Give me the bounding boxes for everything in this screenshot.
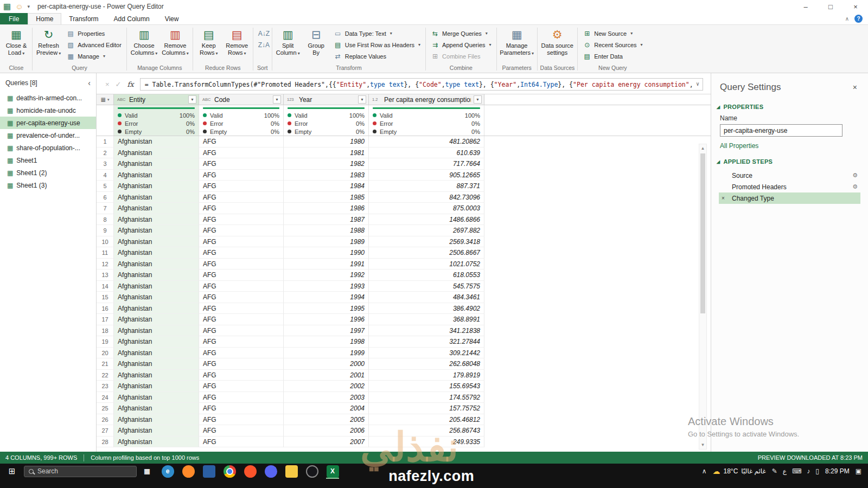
query-item-homicide-rate-unodc[interactable]: ▦homicide-rate-unodc [0, 104, 96, 117]
formula-expand-icon[interactable]: ∨ [696, 81, 699, 87]
row-number[interactable]: 22 [97, 370, 114, 381]
cell-year[interactable]: 1991 [284, 259, 369, 270]
excel-app-taskbar-button[interactable]: X [322, 464, 343, 479]
cell-entity[interactable]: Afghanistan [114, 348, 199, 359]
replace-values-button[interactable]: ⇄Replace Values [331, 50, 423, 62]
cell-per-capita-energy-consumption[interactable]: 484.3461 [369, 292, 484, 303]
cell-per-capita-energy-consumption[interactable]: 905.12665 [369, 170, 484, 181]
cell-year[interactable]: 1995 [284, 303, 369, 314]
cell-per-capita-energy-consumption[interactable]: 174.55792 [369, 392, 484, 403]
cell-per-capita-energy-consumption[interactable]: 887.371 [369, 181, 484, 192]
remove-columns-button[interactable]: ▥Remove Columns▾ [160, 27, 190, 58]
scrollbar-thumb[interactable] [700, 153, 705, 313]
cell-entity[interactable]: Afghanistan [114, 370, 199, 381]
query-name-input[interactable] [720, 124, 843, 137]
cell-year[interactable]: 1982 [284, 158, 369, 170]
cell-entity[interactable]: Afghanistan [114, 403, 199, 414]
tab-file[interactable]: File [0, 13, 28, 24]
cell-year[interactable]: 1987 [284, 214, 369, 226]
row-number[interactable]: 26 [97, 414, 114, 426]
split-column-button[interactable]: ▥Split Column▾ [275, 27, 302, 58]
row-number[interactable]: 15 [97, 292, 114, 303]
row-number[interactable]: 8 [97, 214, 114, 226]
firefox-browser-taskbar-button[interactable] [178, 464, 199, 479]
cell-code[interactable]: AFG [199, 214, 284, 226]
cell-code[interactable]: AFG [199, 136, 284, 147]
cell-entity[interactable]: Afghanistan [114, 136, 199, 147]
enter-data-button[interactable]: ▤Enter Data [580, 50, 645, 62]
row-number[interactable]: 1 [97, 136, 114, 147]
cell-year[interactable]: 1992 [284, 269, 369, 281]
cell-year[interactable]: 2007 [284, 436, 369, 448]
vertical-scrollbar[interactable]: ▲ ▼ [699, 144, 707, 450]
cell-year[interactable]: 2002 [284, 381, 369, 392]
battery-icon[interactable]: ▯ [815, 467, 819, 475]
cell-per-capita-energy-consumption[interactable]: 256.86743 [369, 425, 484, 436]
help-icon[interactable]: ? [854, 15, 863, 23]
cell-code[interactable]: AFG [199, 303, 284, 314]
cell-per-capita-energy-consumption[interactable]: 341.21838 [369, 325, 484, 337]
cell-entity[interactable]: Afghanistan [114, 158, 199, 170]
language-indicator[interactable]: ع [783, 467, 787, 475]
cell-code[interactable]: AFG [199, 203, 284, 214]
cell-year[interactable]: 1988 [284, 225, 369, 236]
maximize-button[interactable]: □ [818, 0, 843, 13]
cell-entity[interactable]: Afghanistan [114, 247, 199, 259]
cell-per-capita-energy-consumption[interactable]: 2697.882 [369, 225, 484, 236]
start-button[interactable]: ⊞ [0, 464, 24, 479]
cell-entity[interactable]: Afghanistan [114, 392, 199, 403]
row-number[interactable]: 9 [97, 225, 114, 236]
cell-per-capita-energy-consumption[interactable]: 179.8919 [369, 370, 484, 381]
cell-code[interactable]: AFG [199, 348, 284, 359]
table-corner-cell[interactable]: ▦▾ [97, 94, 114, 105]
refresh-preview-button[interactable]: ↻Refresh Preview▾ [35, 27, 62, 58]
cell-code[interactable]: AFG [199, 370, 284, 381]
choose-columns-button[interactable]: ▥Choose Columns▾ [129, 27, 159, 58]
item-button[interactable]: Z↓A [256, 39, 270, 50]
cell-code[interactable]: AFG [199, 236, 284, 248]
row-number[interactable]: 13 [97, 269, 114, 281]
keep-rows-button[interactable]: ▤Keep Rows▾ [195, 27, 222, 58]
tab-transform[interactable]: Transform [61, 13, 106, 24]
item-button[interactable]: A↓Z [256, 28, 270, 39]
applied-step-promoted-headers[interactable]: Promoted Headers⚙ [719, 181, 860, 192]
cell-code[interactable]: AFG [199, 147, 284, 159]
cell-entity[interactable]: Afghanistan [114, 281, 199, 292]
cell-per-capita-energy-consumption[interactable]: 2569.3418 [369, 236, 484, 248]
obs-app-taskbar-button[interactable] [302, 464, 322, 479]
cell-code[interactable]: AFG [199, 381, 284, 392]
applied-step-source[interactable]: Source⚙ [719, 170, 860, 181]
cell-code[interactable]: AFG [199, 170, 284, 181]
cell-entity[interactable]: Afghanistan [114, 181, 199, 192]
row-number[interactable]: 3 [97, 158, 114, 170]
cell-per-capita-energy-consumption[interactable]: 481.20862 [369, 136, 484, 147]
query-item-sheet1-3[interactable]: ▦Sheet1 (3) [0, 179, 96, 191]
close-button[interactable]: × [843, 0, 868, 13]
row-number[interactable]: 19 [97, 336, 114, 348]
all-properties-link[interactable]: All Properties [711, 141, 868, 155]
row-number[interactable]: 24 [97, 392, 114, 403]
cell-code[interactable]: AFG [199, 436, 284, 448]
formula-accept-icon[interactable]: ✓ [116, 80, 122, 88]
step-settings-gear-icon[interactable]: ⚙ [852, 183, 858, 190]
pen-icon[interactable]: ✎ [772, 467, 777, 475]
collapse-pane-icon[interactable]: ‹ [88, 79, 91, 87]
cell-per-capita-energy-consumption[interactable]: 545.7575 [369, 281, 484, 292]
advanced-editor-button[interactable]: ▧Advanced Editor [63, 39, 124, 50]
row-number[interactable]: 17 [97, 314, 114, 325]
file-explorer-taskbar-button[interactable] [281, 464, 302, 479]
cell-per-capita-energy-consumption[interactable]: 155.69543 [369, 381, 484, 392]
formula-cancel-icon[interactable]: × [105, 80, 110, 88]
properties-section-header[interactable]: ◢ PROPERTIES [711, 100, 868, 113]
cell-code[interactable]: AFG [199, 281, 284, 292]
query-item-per-capita-energy-use[interactable]: ▦per-capita-energy-use [0, 117, 96, 129]
cell-entity[interactable]: Afghanistan [114, 203, 199, 214]
cell-year[interactable]: 2001 [284, 370, 369, 381]
column-header-code[interactable]: ABCCode▼ [199, 94, 284, 105]
tab-home[interactable]: Home [28, 13, 61, 24]
cell-year[interactable]: 2004 [284, 403, 369, 414]
cell-year[interactable]: 1990 [284, 247, 369, 259]
cell-per-capita-energy-consumption[interactable]: 309.21442 [369, 348, 484, 359]
cell-year[interactable]: 1981 [284, 147, 369, 159]
cell-per-capita-energy-consumption[interactable]: 157.75752 [369, 403, 484, 414]
